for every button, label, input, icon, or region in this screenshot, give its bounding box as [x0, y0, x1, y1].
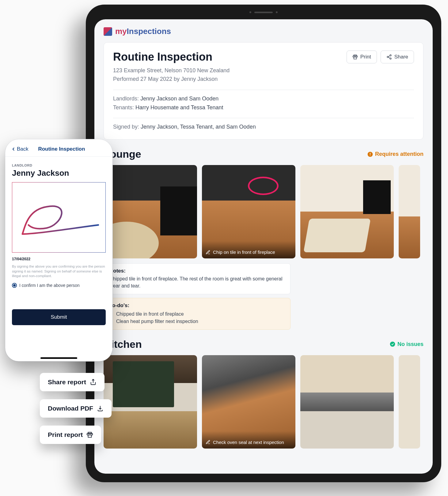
svg-point-4 — [390, 58, 391, 59]
svg-point-3 — [387, 56, 389, 58]
back-button[interactable]: Back — [11, 146, 28, 152]
printer-icon — [352, 54, 358, 60]
status-badge-requires-attention: Requires attention — [367, 151, 423, 157]
kitchen-photo-row: Check oven seal at next inspection — [104, 355, 423, 449]
svg-point-10 — [390, 342, 395, 347]
print-report-button[interactable]: Print report — [40, 426, 101, 444]
share-report-button[interactable]: Share report — [40, 373, 104, 391]
signature-stroke-icon — [12, 182, 105, 252]
share-button[interactable]: Share — [381, 51, 414, 63]
brand-mark-icon — [104, 27, 112, 36]
share-button-label: Share — [394, 54, 408, 60]
signed-by-value: Jenny Jackson, Tessa Tenant, and Sam Ood… — [141, 124, 256, 130]
svg-rect-9 — [370, 155, 370, 156]
submit-button[interactable]: Submit — [12, 309, 106, 325]
home-indicator — [40, 357, 77, 359]
svg-rect-8 — [370, 153, 370, 155]
svg-point-2 — [390, 55, 391, 56]
lounge-photo-1[interactable] — [104, 165, 197, 258]
lounge-photo-2[interactable]: Chip on tile in front of fireplace — [202, 165, 295, 258]
todo-item: Clean heat pump filter next inspection — [116, 318, 285, 325]
share-icon — [386, 54, 392, 60]
edit-icon — [206, 440, 211, 445]
signature-disclaimer: By signing the above you are confirming … — [12, 264, 106, 279]
brand-logo: myInspections — [104, 27, 423, 36]
todos-box: To-do's: Chipped tile in front of firepl… — [104, 298, 290, 330]
kitchen-photo-2-caption: Check oven seal at next inspection — [213, 440, 284, 445]
radio-selected-icon — [12, 283, 17, 288]
print-button[interactable]: Print — [347, 51, 377, 63]
print-button-label: Print — [360, 54, 371, 60]
signature-input[interactable] — [12, 182, 106, 253]
landlords-value: Jenny Jackson and Sam Ooden — [140, 96, 218, 102]
lounge-photo-4[interactable] — [399, 165, 420, 258]
svg-rect-14 — [88, 435, 92, 437]
todo-item: Chipped tile in front of fireplace — [116, 310, 285, 318]
kitchen-photo-3[interactable] — [300, 355, 394, 449]
svg-line-6 — [388, 57, 390, 58]
download-pdf-button[interactable]: Download PDF — [40, 399, 112, 418]
download-icon — [97, 405, 104, 412]
phone-frame: Back Routine Inspection LANDLORD Jenny J… — [5, 139, 112, 361]
check-circle-icon — [389, 341, 396, 347]
svg-rect-1 — [354, 57, 356, 59]
edit-icon — [206, 250, 211, 255]
lounge-photo-2-caption: Chip on tile in front of fireplace — [213, 250, 275, 255]
tablet-screen: myInspections Routine Inspection 123 Exa… — [94, 19, 433, 474]
kitchen-photo-4[interactable] — [399, 355, 420, 449]
warning-icon — [367, 151, 373, 157]
lounge-photo-row: Chip on tile in front of fireplace — [104, 165, 423, 258]
printer-icon — [86, 431, 93, 438]
annotation-circle-icon — [248, 177, 279, 195]
lounge-photo-3[interactable] — [300, 165, 394, 258]
phone-page-title: Routine Inspection — [28, 146, 95, 152]
report-summary-card: Routine Inspection 123 Example Street, N… — [104, 42, 423, 140]
confirm-identity-radio[interactable]: I confirm I am the above person — [12, 283, 106, 288]
report-title: Routine Inspection — [113, 51, 230, 63]
kitchen-photo-2[interactable]: Check oven seal at next inspection — [202, 355, 295, 449]
brand-wordmark: myInspections — [115, 27, 171, 36]
tablet-frame: myInspections Routine Inspection 123 Exa… — [86, 5, 441, 482]
share-up-icon — [90, 379, 97, 385]
role-label: LANDLORD — [12, 163, 106, 167]
status-badge-no-issues: No issues — [389, 341, 423, 348]
notes-text: Chipped tile in front of fireplace. The … — [109, 275, 285, 289]
notes-box: Notes: Chipped tile in front of fireplac… — [104, 263, 290, 294]
kitchen-photo-1[interactable] — [104, 355, 197, 449]
signer-name: Jenny Jackson — [12, 168, 106, 178]
chevron-left-icon — [11, 146, 16, 152]
report-performed: Performed 27 May 2022 by Jenny Jackson — [113, 75, 230, 84]
tenants-value: Harry Housemate and Tessa Tenant — [135, 104, 223, 111]
tablet-notch — [236, 10, 291, 14]
signature-date: 17/04/2022 — [12, 257, 106, 261]
confirm-identity-label: I confirm I am the above person — [19, 283, 80, 288]
svg-line-5 — [388, 56, 390, 57]
report-address: 123 Example Street, Nelson 7010 New Zeal… — [113, 66, 230, 75]
